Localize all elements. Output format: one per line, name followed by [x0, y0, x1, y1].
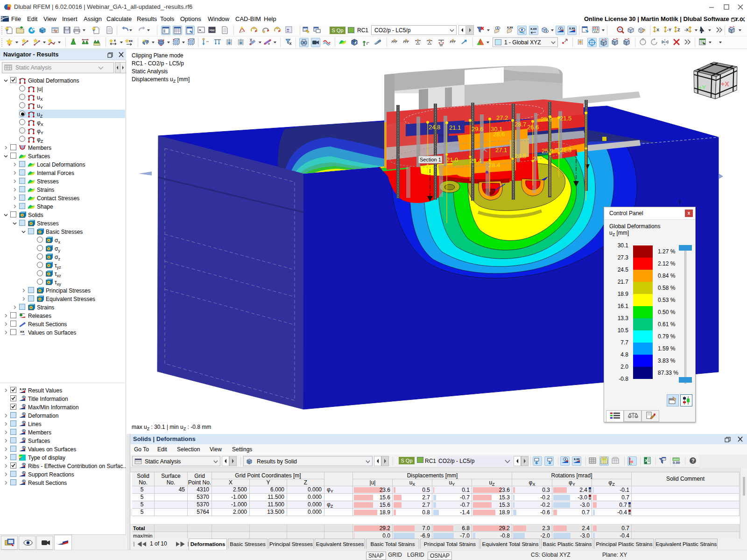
- svg-text:21.1: 21.1: [449, 124, 461, 131]
- svg-text:±: ±: [287, 28, 289, 33]
- svg-text:Z: Z: [677, 28, 680, 32]
- svg-text:27.1: 27.1: [495, 147, 507, 154]
- svg-text:-X: -X: [684, 28, 689, 32]
- svg-text:-Y: -Y: [667, 28, 671, 32]
- svg-text:25.9: 25.9: [541, 116, 552, 123]
- svg-text:>_: >_: [199, 28, 204, 32]
- svg-text:21.5: 21.5: [560, 115, 571, 122]
- svg-text:x.xx: x.xx: [20, 387, 26, 391]
- svg-text:xx: xx: [20, 329, 24, 334]
- svg-text:29.6: 29.6: [472, 126, 483, 133]
- svg-text:>sc: >sc: [209, 28, 215, 32]
- svg-text:27.2: 27.2: [496, 114, 508, 121]
- svg-text:29.4: 29.4: [470, 157, 481, 164]
- svg-text:x.xx: x.xx: [507, 26, 513, 29]
- svg-text:?: ?: [691, 458, 695, 463]
- svg-text:25.9: 25.9: [542, 147, 553, 154]
- svg-text:x.xx: x.xx: [574, 457, 580, 461]
- svg-text:21.3: 21.3: [560, 147, 571, 154]
- svg-text:28.5: 28.5: [514, 153, 526, 160]
- svg-text:X: X: [656, 28, 659, 32]
- svg-text:x.xx: x.xx: [569, 27, 575, 30]
- svg-text:26.6: 26.6: [527, 124, 539, 131]
- svg-text:2: 2: [533, 155, 536, 162]
- svg-text:28.6: 28.6: [493, 131, 505, 138]
- svg-text:x: x: [114, 39, 116, 42]
- svg-text:21.0: 21.0: [446, 156, 458, 163]
- svg-text:x.xx: x.xx: [530, 27, 537, 30]
- svg-text:0.00: 0.00: [673, 461, 680, 465]
- svg-text:C: C: [32, 27, 35, 32]
- svg-text:Section 1: Section 1: [420, 157, 441, 162]
- svg-text:+Y: +Y: [698, 84, 706, 91]
- svg-text:24.8: 24.8: [429, 124, 440, 131]
- svg-text:+X: +X: [721, 80, 729, 88]
- svg-text:X: X: [645, 458, 648, 463]
- svg-text:28.4: 28.4: [488, 161, 500, 168]
- svg-text:28.7: 28.7: [514, 121, 526, 128]
- svg-text:xx: xx: [129, 39, 133, 42]
